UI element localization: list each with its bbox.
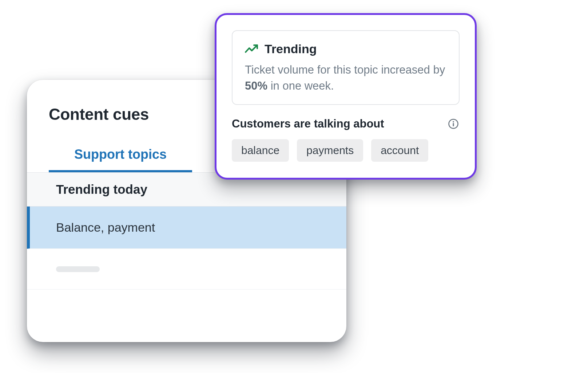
topic-pill-balance[interactable]: balance xyxy=(232,139,289,162)
trending-body-pre: Ticket volume for this topic increased b… xyxy=(245,63,445,76)
trending-up-icon xyxy=(245,44,258,54)
topic-row-placeholder xyxy=(27,249,346,290)
topic-pill-payments[interactable]: payments xyxy=(297,139,363,162)
trending-popover: Trending Ticket volume for this topic in… xyxy=(215,13,477,180)
trending-callout-title: Trending xyxy=(265,42,317,56)
talking-about-heading: Customers are talking about xyxy=(232,117,384,130)
svg-rect-2 xyxy=(453,123,454,126)
topic-row-label: Balance, payment xyxy=(56,220,155,235)
trending-body-strong: 50% xyxy=(245,79,267,92)
topic-row-balance-payment[interactable]: Balance, payment xyxy=(27,207,346,249)
info-icon[interactable] xyxy=(447,118,460,130)
tab-support-topics[interactable]: Support topics xyxy=(49,139,192,172)
trending-body-post: in one week. xyxy=(267,79,334,92)
section-header-label: Trending today xyxy=(56,182,147,197)
trending-callout: Trending Ticket volume for this topic in… xyxy=(232,30,460,105)
skeleton-line xyxy=(56,266,100,272)
topic-pill-list: balance payments account xyxy=(232,139,460,162)
topic-pill-account[interactable]: account xyxy=(371,139,428,162)
trending-callout-body: Ticket volume for this topic increased b… xyxy=(245,62,446,94)
svg-point-1 xyxy=(453,121,454,122)
